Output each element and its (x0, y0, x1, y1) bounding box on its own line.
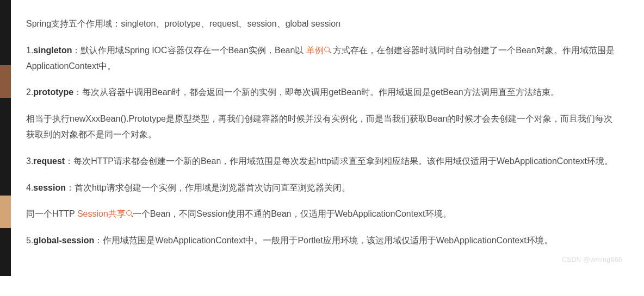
item-session-extra: 同一个HTTP Session共享一个Bean，不同Session使用不通的Be… (26, 206, 618, 222)
item-global-session: 5.global-session：作用域范围是WebApplicationCon… (26, 233, 618, 249)
item-term: request (33, 156, 65, 166)
item-number: 4. (26, 183, 33, 192)
item-term: session (33, 183, 66, 192)
item-term: global-session (33, 236, 94, 245)
item-session: 4.session：首次http请求创建一个实例，作用域是浏览器首次访问直至浏览… (26, 180, 618, 196)
session-share-link[interactable]: Session共享 (77, 209, 126, 218)
left-margin-decoration (0, 0, 11, 276)
session-extra-pre: 同一个HTTP (26, 209, 77, 218)
item-term: singleton (33, 46, 72, 55)
item-text: ：首次http请求创建一个实例，作用域是浏览器首次访问直至浏览器关闭。 (66, 183, 350, 192)
item-prototype-extra: 相当于执行newXxxBean().Prototype是原型类型，再我们创建容器… (26, 111, 618, 143)
watermark: CSDN @wming666 (562, 254, 622, 266)
session-extra-post: 一个Bean，不同Session使用不通的Bean，仅适用于WebApplica… (133, 209, 451, 218)
search-icon[interactable] (324, 47, 331, 53)
item-number: 5. (26, 236, 33, 245)
item-text-pre: ：默认作用域Spring IOC容器仅存在一个Bean实例，Bean以 (72, 46, 306, 55)
item-term: prototype (33, 87, 73, 97)
item-prototype: 2.prototype：每次从容器中调用Bean时，都会返回一个新的实例，即每次… (26, 85, 618, 100)
item-number: 2. (26, 87, 33, 97)
item-text: ：每次从容器中调用Bean时，都会返回一个新的实例，即每次调用getBean时。… (73, 87, 559, 97)
item-singleton: 1.singleton：默认作用域Spring IOC容器仅存在一个Bean实例… (26, 43, 618, 74)
item-number: 1. (26, 46, 33, 55)
item-number: 3. (26, 156, 33, 166)
search-icon[interactable] (126, 210, 133, 217)
item-request: 3.request：每次HTTP请求都会创建一个新的Bean，作用域范围是每次发… (26, 154, 618, 169)
singleton-link[interactable]: 单例 (306, 46, 324, 55)
intro-text: Spring支持五个作用域：singleton、prototype、reques… (26, 16, 618, 32)
item-text: ：每次HTTP请求都会创建一个新的Bean，作用域范围是每次发起http请求直至… (65, 156, 613, 166)
item-text: ：作用域范围是WebApplicationContext中。一般用于Portle… (94, 236, 552, 245)
